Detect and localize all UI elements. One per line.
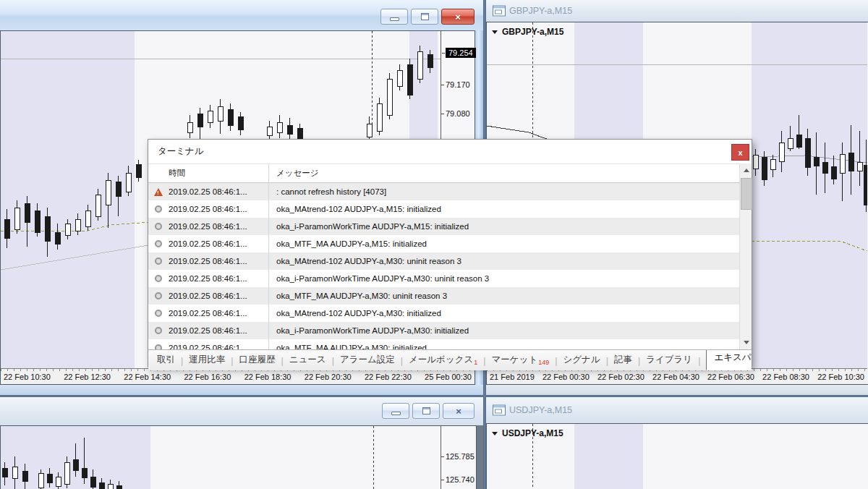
price-axis-label: 79.170 — [446, 80, 470, 89]
terminal-tab-9[interactable]: 記事 — [614, 354, 632, 366]
candlestick — [136, 164, 141, 177]
restore-button[interactable] — [411, 9, 438, 25]
chart-canvas-usdjpy[interactable]: USDJPY-a,M15 — [487, 424, 867, 489]
terminal-log-row[interactable]: 2019.02.25 08:46:1...oka_MAtrend-102 AUD… — [148, 200, 739, 218]
candlestick — [277, 122, 282, 132]
terminal-log-row[interactable]: 2019.02.25 08:46:1...oka_MTF_MA AUDJPY-a… — [148, 235, 739, 252]
log-time: 2019.02.25 08:46:1... — [169, 339, 268, 349]
time-axis-label: 21 Feb 2019 — [490, 373, 535, 381]
candlestick — [187, 122, 192, 132]
terminal-log-row[interactable]: 2019.02.25 08:46:1...oka_i-ParamonWorkTi… — [148, 218, 739, 235]
chart-symbol-label[interactable]: GBPJPY-a,M15 — [492, 27, 563, 37]
time-column-header[interactable]: 時間 — [169, 164, 268, 182]
candlestick — [238, 116, 243, 129]
terminal-log-row[interactable]: 2019.02.25 08:46:1...oka_MAtrend-102 AUD… — [148, 305, 739, 322]
window-title: GBPJPY-a,M15 — [509, 6, 572, 16]
candlestick — [864, 165, 867, 205]
tab-count-badge: 1 — [474, 359, 477, 366]
minimize-button[interactable] — [380, 9, 408, 25]
arrow-down-icon — [744, 341, 749, 344]
terminal-tab-2[interactable]: 運用比率 — [189, 354, 225, 366]
candlestick — [796, 135, 801, 147]
window-titlebar[interactable]: GBPJPY-a,M15 — [486, 0, 868, 22]
chart-symbol-label[interactable]: USDJPY-a,M15 — [492, 428, 563, 438]
candlestick — [228, 109, 233, 125]
chart-canvas-bottom-left[interactable] — [1, 426, 441, 489]
candlestick — [779, 143, 784, 161]
close-button[interactable]: × — [441, 9, 475, 25]
candlestick — [22, 471, 27, 481]
scrollbar-thumb[interactable] — [741, 178, 752, 210]
info-icon — [155, 223, 162, 230]
chevron-down-icon — [492, 30, 498, 34]
terminal-tab-1[interactable]: 取引 — [157, 354, 175, 366]
candlestick — [126, 173, 131, 192]
message-column-header[interactable]: メッセージ — [268, 164, 739, 182]
minimize-icon — [390, 17, 399, 21]
restore-icon — [421, 13, 429, 20]
terminal-tab-11[interactable]: エキスパー — [706, 349, 752, 370]
price-axis-label: 79.080 — [446, 109, 470, 118]
window-titlebar[interactable]: × — [0, 0, 483, 30]
tab-separator: | — [606, 356, 608, 366]
candlestick — [106, 180, 111, 205]
candlestick — [116, 485, 122, 489]
minimize-button[interactable] — [382, 403, 409, 419]
log-time: 2019.02.25 08:46:1... — [169, 200, 268, 218]
terminal-title: ターミナル — [158, 145, 204, 158]
terminal-tab-8[interactable]: シグナル — [563, 354, 600, 366]
candlestick — [55, 232, 60, 244]
restore-button[interactable] — [412, 403, 440, 419]
scroll-up-button[interactable] — [740, 164, 752, 177]
info-icon — [155, 344, 162, 349]
window-titlebar[interactable]: × — [0, 397, 483, 425]
candlestick — [848, 153, 854, 171]
terminal-log-row[interactable]: 2019.02.25 08:46:1...oka_i-ParamonWorkTi… — [148, 270, 739, 287]
candlestick — [75, 219, 80, 231]
time-axis: 21 Feb 201922 Feb 00:3022 Feb 02:3022 Fe… — [487, 368, 867, 384]
chart-window-usdjpy-m15: USDJPY-a,M15 USDJPY-a,M15 — [486, 397, 868, 489]
candlestick — [47, 474, 52, 482]
time-axis-label: 22 Feb 20:30 — [305, 373, 352, 381]
terminal-tab-4[interactable]: ニュース — [289, 354, 326, 366]
window-titlebar[interactable]: USDJPY-a,M15 — [486, 397, 868, 423]
candlestick — [831, 166, 836, 179]
log-time: 2019.02.25 08:46:1... — [169, 252, 268, 270]
terminal-tab-3[interactable]: 口座履歴 — [239, 354, 276, 366]
info-icon — [155, 275, 162, 282]
log-message: oka_i-ParamonWorkTime AUDJPY-a,M15: init… — [268, 218, 739, 235]
terminal-log-row[interactable]: 2019.02.25 08:46:1...oka_MTF_MA AUDJPY-a… — [148, 287, 739, 305]
terminal-tab-6[interactable]: メールボックス1 — [409, 354, 477, 367]
log-time: 2019.02.25 08:46:1... — [169, 270, 268, 287]
terminal-close-button[interactable]: x — [731, 144, 749, 161]
time-axis-label: 22 Feb 10:30 — [817, 373, 864, 381]
log-time: 2019.02.25 08:46:1... — [169, 287, 268, 305]
candlestick — [387, 79, 392, 115]
log-time: 2019.02.25 08:46:1... — [169, 183, 268, 200]
chart-symbol-text: USDJPY-a,M15 — [502, 428, 563, 438]
time-axis-label: 22 Feb 04:30 — [652, 373, 699, 381]
candlestick — [377, 103, 382, 131]
terminal-log-row[interactable]: 2019.02.25 08:46:1...oka_MTF_MA AUDJPY-a… — [148, 339, 739, 349]
candlestick — [762, 157, 767, 179]
candlestick — [56, 477, 61, 486]
time-axis-label: 22 Feb 08:30 — [762, 373, 809, 381]
candlestick — [814, 157, 819, 166]
terminal-log-row[interactable]: 2019.02.25 08:46:1...oka_MAtrend-102 AUD… — [148, 252, 739, 270]
scroll-down-button[interactable] — [740, 336, 752, 349]
close-button[interactable]: × — [443, 403, 475, 419]
terminal-log-row[interactable]: 2019.02.25 08:46:1...: cannot refresh hi… — [148, 183, 739, 200]
terminal-scrollbar[interactable] — [739, 163, 752, 349]
terminal-tab-5[interactable]: アラーム設定 — [340, 354, 395, 366]
candlestick — [14, 208, 20, 229]
terminal-tab-7[interactable]: マーケット149 — [492, 354, 550, 367]
log-time: 2019.02.25 08:46:1... — [169, 218, 268, 235]
info-icon — [155, 310, 162, 317]
terminal-titlebar[interactable]: ターミナル x — [148, 140, 752, 163]
arrow-up-icon — [744, 169, 749, 172]
terminal-log-list: 2019.02.25 08:46:1...: cannot refresh hi… — [148, 183, 739, 349]
terminal-log-row[interactable]: 2019.02.25 08:46:1...oka_i-ParamonWorkTi… — [148, 322, 739, 339]
terminal-tab-10[interactable]: ライブラリ — [646, 354, 692, 366]
log-message: oka_MAtrend-102 AUDJPY-a,M30: initialize… — [268, 305, 739, 322]
candlestick — [2, 468, 7, 477]
